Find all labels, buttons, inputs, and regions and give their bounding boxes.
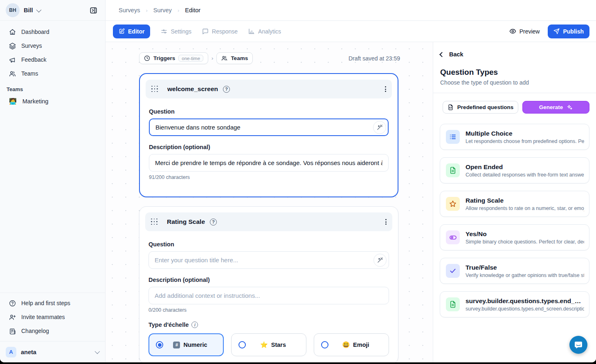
sidebar-item-label: Teams [21, 70, 38, 77]
users-icon [221, 55, 227, 61]
help-icon[interactable]: ? [210, 219, 217, 226]
question-type-yes-no[interactable]: Yes/No Simple binary choice questions. P… [440, 224, 589, 250]
toggle-icon [446, 230, 460, 244]
chevron-left-icon [439, 52, 445, 57]
sidebar-item-surveys[interactable]: Surveys [5, 39, 100, 53]
sidebar-section-teams: Teams [0, 80, 105, 95]
clock-icon [144, 55, 150, 61]
sidebar-item-help[interactable]: Help and first steps [5, 296, 100, 310]
question-title-input[interactable] [149, 118, 389, 136]
chat-launcher-button[interactable] [569, 336, 587, 354]
sidebar: BH Bill Dashboard Surveys Feedback Te [0, 0, 106, 362]
sidebar-team-marketing[interactable]: 🧑‍💻 Marketing [0, 95, 105, 108]
drag-handle-icon[interactable] [151, 86, 158, 93]
scale-option-numeric[interactable]: # Numeric [148, 333, 224, 356]
info-icon[interactable]: i [191, 322, 198, 328]
kebab-menu-icon[interactable] [385, 219, 387, 225]
tab-editor[interactable]: Editor [113, 25, 150, 38]
sidebar-item-label: Changelog [21, 328, 49, 334]
question-card-rating-scale[interactable]: Rating Scale ? Question Description (opt… [139, 206, 398, 362]
wand-sparkles-icon [377, 257, 383, 263]
scale-option-emoji[interactable]: 😃 Emoji [314, 333, 389, 356]
help-icon[interactable]: ? [223, 86, 230, 93]
changelog-icon [9, 328, 16, 335]
sidebar-item-label: Invite teammates [21, 314, 65, 320]
breadcrumb-survey[interactable]: Survey [153, 7, 172, 13]
question-title-input[interactable] [148, 251, 389, 269]
technologist-emoji-icon: 🧑‍💻 [9, 98, 17, 105]
radio-icon [238, 341, 246, 348]
pencil-square-icon [119, 28, 125, 34]
teams-pill[interactable]: Teams [216, 52, 253, 64]
sidebar-item-dashboard[interactable]: Dashboard [5, 25, 100, 39]
preview-label: Preview [520, 28, 540, 35]
account-avatar: A [6, 347, 16, 357]
breadcrumb-editor: Editor [185, 7, 200, 13]
app-window: BH Bill Dashboard Surveys Feedback Te [0, 0, 596, 362]
sidebar-header: BH Bill [0, 0, 105, 21]
description-input[interactable] [149, 154, 389, 172]
question-card-welcome-screen[interactable]: welcome_screen ? Question Description (o… [139, 73, 398, 197]
avatar[interactable]: BH [6, 3, 20, 17]
tab-settings[interactable]: Settings [161, 28, 191, 35]
survey-canvas: Triggers one-time › Teams Draft saved at… [106, 42, 433, 362]
layers-icon [9, 42, 16, 49]
magic-wand-button[interactable] [373, 254, 387, 267]
question-type-open-ended[interactable]: Open Ended Collect detailed responses wi… [440, 157, 589, 183]
back-button[interactable]: Back [433, 42, 596, 58]
star-emoji-icon: ⭐ [260, 341, 268, 348]
sidebar-item-label: Feedback [21, 56, 46, 63]
team-name: Marketing [22, 98, 49, 105]
description-label: Description (optional) [149, 144, 389, 150]
tab-analytics[interactable]: Analytics [248, 28, 281, 35]
sidebar-item-teams[interactable]: Teams [5, 67, 100, 80]
generate-button[interactable]: Generate [522, 101, 589, 114]
sidebar-item-invite[interactable]: Invite teammates [5, 310, 100, 324]
scale-option-label: Numeric [183, 342, 207, 348]
star-icon [446, 197, 460, 211]
magic-wand-button[interactable] [373, 121, 386, 134]
scale-type-options: # Numeric ⭐ Stars [148, 333, 389, 356]
triggers-label: Triggers [153, 55, 175, 61]
sidebar-collapse-button[interactable] [87, 4, 99, 16]
question-type-description: Let respondents choose from predefined o… [466, 138, 584, 144]
wand-sparkles-icon [377, 124, 383, 130]
user-plus-icon [9, 314, 16, 321]
number-keycap-icon: # [173, 342, 180, 348]
description-input[interactable] [148, 287, 389, 304]
scale-type-label: Type d'échelle [148, 322, 189, 328]
question-type-true-false[interactable]: True/False Verify knowledge or gather op… [440, 258, 589, 284]
home-icon [9, 29, 16, 36]
publish-button[interactable]: Publish [548, 25, 589, 38]
question-type-description: Verify knowledge or gather opinions with… [466, 272, 584, 278]
question-type-name: Yes/No [466, 230, 584, 238]
tab-response[interactable]: Response [202, 28, 238, 35]
chevron-right-icon: › [146, 7, 147, 13]
scale-option-stars[interactable]: ⭐ Stars [231, 333, 306, 356]
preview-button[interactable]: Preview [509, 28, 540, 35]
predefined-questions-button[interactable]: Predefined questions [443, 101, 518, 114]
account-switcher[interactable]: A aneta [0, 341, 105, 362]
user-name[interactable]: Bill [24, 7, 33, 13]
bar-chart-icon [248, 28, 255, 35]
drag-handle-icon[interactable] [151, 219, 158, 226]
check-icon [446, 264, 460, 278]
kebab-menu-icon[interactable] [385, 86, 386, 92]
question-card-header: welcome_screen ? [146, 80, 392, 98]
predefined-questions-label: Predefined questions [457, 104, 513, 110]
question-type-multiple-choice[interactable]: Multiple Choice Let respondents choose f… [440, 124, 589, 150]
sidebar-item-changelog[interactable]: Changelog [5, 324, 100, 338]
panel-subtitle: Choose the type of question to add [433, 77, 596, 93]
triggers-pill[interactable]: Triggers one-time [139, 52, 208, 64]
question-type-end-screen[interactable]: survey.builder.questions.types.end_scr..… [440, 291, 589, 317]
sidebar-footer: Help and first steps Invite teammates Ch… [0, 293, 105, 341]
eye-icon [509, 28, 516, 35]
breadcrumb-surveys[interactable]: Surveys [119, 7, 140, 13]
question-type-description: Collect detailed responses with free-for… [466, 172, 584, 178]
panel-title: Question Types [433, 58, 596, 77]
sidebar-item-feedback[interactable]: Feedback [5, 53, 100, 67]
question-type-rating-scale[interactable]: Rating Scale Allow respondents to rate o… [440, 191, 589, 217]
breadcrumb: Surveys › Survey › Editor [106, 0, 596, 21]
char-counter: 0/200 characters [148, 307, 389, 313]
editor-toolbar: Editor Settings Response Analytics Previ… [106, 21, 596, 42]
